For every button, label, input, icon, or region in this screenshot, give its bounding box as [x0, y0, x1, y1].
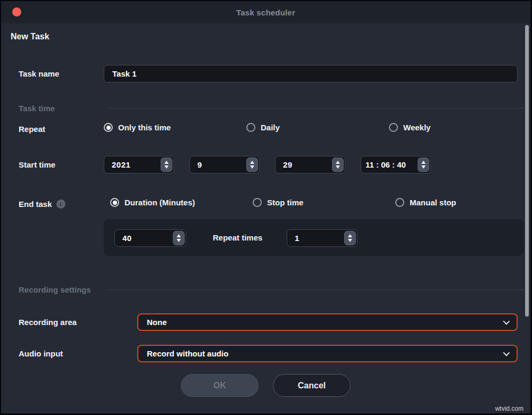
task-name-input[interactable]: Task 1 [104, 65, 518, 82]
day-value: 29 [276, 160, 332, 169]
ok-button[interactable]: OK [181, 374, 259, 397]
duration-minutes-stepper[interactable]: 40 [114, 229, 186, 247]
stepper-buttons-icon[interactable] [332, 157, 344, 172]
audio-input-label: Audio input [19, 349, 137, 358]
vertical-scrollbar[interactable] [525, 25, 529, 317]
radio-stop-time[interactable]: Stop time [253, 198, 303, 207]
radio-duration-minutes[interactable]: Duration (Minutes) [110, 198, 195, 207]
repeat-radio-group: Only this time Daily Weekly [104, 123, 518, 135]
recording-settings-section: Recording settings [19, 285, 524, 294]
end-task-label: End task i [19, 200, 104, 209]
stepper-buttons-icon[interactable] [344, 231, 356, 245]
cancel-button[interactable]: Cancel [273, 374, 351, 397]
recording-area-label: Recording area [19, 318, 137, 327]
repeat-label: Repeat [19, 124, 104, 134]
radio-icon [389, 123, 398, 132]
task-time-section-label: Task time [19, 104, 103, 113]
repeat-times-value: 1 [287, 234, 344, 243]
section-divider [107, 289, 524, 290]
close-traffic-light-icon[interactable] [12, 7, 21, 16]
task-name-label: Task name [19, 69, 104, 78]
task-scheduler-dialog: Task scheduler New Task Task name Task 1… [0, 0, 532, 415]
time-stepper[interactable]: 11 : 06 : 40 [361, 156, 431, 173]
repeat-times-label: Repeat times [213, 233, 262, 242]
recording-area-row: Recording area None [19, 313, 518, 331]
day-stepper[interactable]: 29 [275, 156, 345, 173]
radio-icon [110, 198, 119, 207]
task-name-row: Task name Task 1 [19, 65, 518, 82]
start-time-label: Start time [19, 160, 104, 169]
chevron-down-icon [503, 318, 510, 325]
info-icon[interactable]: i [56, 200, 65, 209]
stepper-buttons-icon[interactable] [173, 231, 185, 245]
radio-icon [253, 198, 262, 207]
duration-panel: 40 Repeat times 1 [104, 219, 524, 256]
page-title: New Task [11, 32, 49, 42]
recording-settings-section-label: Recording settings [19, 285, 103, 294]
radio-icon [395, 198, 404, 207]
stepper-buttons-icon[interactable] [418, 157, 429, 172]
task-time-section: Task time [19, 103, 524, 113]
recording-area-value: None [147, 318, 503, 327]
month-stepper[interactable]: 9 [189, 156, 260, 173]
year-value: 2021 [104, 160, 161, 169]
task-name-value: Task 1 [112, 69, 137, 78]
audio-input-row: Audio input Record without audio [19, 345, 518, 362]
watermark: wtvid.com [495, 405, 523, 412]
year-stepper[interactable]: 2021 [104, 156, 174, 173]
end-task-radio-group: Duration (Minutes) Stop time Manual stop [104, 198, 518, 210]
radio-weekly[interactable]: Weekly [389, 123, 430, 132]
time-value: 11 : 06 : 40 [361, 160, 418, 169]
radio-daily[interactable]: Daily [246, 123, 280, 132]
repeat-times-stepper[interactable]: 1 [287, 229, 358, 247]
radio-icon [104, 123, 113, 132]
radio-only-this-time[interactable]: Only this time [104, 123, 171, 132]
chevron-down-icon [503, 350, 510, 356]
end-task-row: End task i Duration (Minutes) Stop time … [19, 198, 518, 210]
audio-input-value: Record without audio [147, 349, 503, 358]
titlebar: Task scheduler [1, 1, 530, 23]
audio-input-dropdown[interactable]: Record without audio [137, 345, 518, 362]
dialog-buttons: OK Cancel [1, 374, 530, 397]
dialog-window: Task scheduler New Task Task name Task 1… [1, 1, 530, 413]
recording-area-dropdown[interactable]: None [137, 313, 518, 331]
section-divider [107, 108, 524, 109]
repeat-row: Repeat Only this time Daily Weekly [19, 123, 518, 135]
duration-value: 40 [115, 234, 173, 243]
stepper-buttons-icon[interactable] [161, 157, 172, 172]
window-title: Task scheduler [236, 8, 295, 17]
stepper-buttons-icon[interactable] [246, 157, 258, 172]
radio-icon [246, 123, 255, 132]
start-time-row: Start time 2021 9 29 11 : 06 : 40 [19, 156, 518, 173]
month-value: 9 [190, 160, 246, 169]
radio-manual-stop[interactable]: Manual stop [395, 198, 456, 207]
